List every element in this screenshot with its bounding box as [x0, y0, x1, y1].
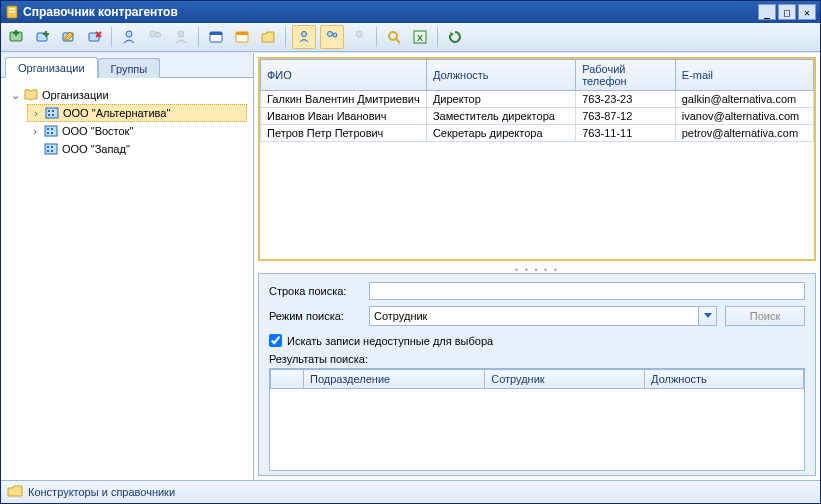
svg-rect-32 [48, 114, 50, 116]
search-icon[interactable] [383, 26, 405, 48]
tree-item-label: ООО "Запад" [62, 143, 130, 155]
cell-email: galkin@alternativa.com [675, 91, 813, 108]
col-fio[interactable]: ФИО [261, 60, 427, 91]
col-position[interactable]: Должность [426, 60, 575, 91]
cell-position: Директор [426, 91, 575, 108]
unavailable-checkbox-label[interactable]: Искать записи недоступные для выбора [287, 335, 493, 347]
cell-phone: 763-11-11 [576, 125, 676, 142]
splitter[interactable]: • • • • • [254, 265, 820, 271]
svg-rect-30 [48, 110, 50, 112]
search-input[interactable] [369, 282, 805, 300]
org-tree: ⌄ Организации › ООО "Альтернатива" [1, 78, 253, 480]
table-row[interactable]: Петров Петр ПетровичСекретарь директора7… [261, 125, 814, 142]
svg-rect-29 [46, 108, 58, 118]
users-gray-icon[interactable] [144, 26, 166, 48]
tree-item-label: ООО "Альтернатива" [63, 107, 170, 119]
combo-dropdown-button[interactable] [699, 306, 717, 326]
col-employee[interactable]: Сотрудник [485, 370, 645, 389]
svg-rect-34 [45, 126, 57, 136]
tree-root-label: Организации [42, 89, 109, 101]
svg-rect-38 [51, 132, 53, 134]
search-mode-label: Режим поиска: [269, 310, 369, 322]
card-icon[interactable] [205, 26, 227, 48]
svg-point-23 [333, 33, 337, 37]
svg-rect-41 [51, 146, 53, 148]
tree-item-org2[interactable]: › ООО "Восток" [27, 122, 247, 140]
col-empty[interactable] [271, 370, 304, 389]
svg-point-22 [328, 32, 333, 37]
svg-point-16 [178, 31, 184, 37]
svg-point-13 [126, 31, 132, 37]
tree-item-org1[interactable]: › ООО "Альтернатива" [27, 104, 247, 122]
svg-rect-18 [210, 32, 222, 35]
left-pane: Организации Группы ⌄ Организации › [1, 53, 254, 480]
svg-rect-20 [236, 32, 248, 35]
col-result-position[interactable]: Должность [645, 370, 804, 389]
results-label: Результаты поиска: [269, 353, 805, 365]
svg-text:X: X [417, 33, 423, 43]
cell-email: petrov@alternativa.com [675, 125, 813, 142]
titlebar: Справочник контрагентов _ □ ✕ [1, 1, 820, 23]
close-button[interactable]: ✕ [798, 4, 816, 20]
org-icon [43, 124, 59, 138]
svg-rect-1 [9, 8, 15, 10]
left-tabs: Организации Группы [1, 53, 253, 78]
user-gray2-icon[interactable] [348, 26, 370, 48]
svg-line-26 [396, 39, 400, 43]
col-email[interactable]: E-mail [675, 60, 813, 91]
refresh-icon[interactable] [444, 26, 466, 48]
cell-phone: 763-23-23 [576, 91, 676, 108]
user-gray-icon[interactable] [170, 26, 192, 48]
empty-row [271, 389, 804, 442]
users-highlight-icon[interactable] [320, 25, 344, 49]
card2-icon[interactable] [231, 26, 253, 48]
svg-point-15 [156, 33, 161, 38]
excel-icon[interactable]: X [409, 26, 431, 48]
expand-icon[interactable]: › [30, 107, 42, 119]
minimize-button[interactable]: _ [758, 4, 776, 20]
search-panel: Строка поиска: Режим поиска: Сотрудник П… [258, 273, 816, 476]
col-phone[interactable]: Рабочий телефон [576, 60, 676, 91]
tab-organizations[interactable]: Организации [5, 57, 98, 78]
folder-icon [7, 484, 23, 500]
col-unit[interactable]: Подразделение [304, 370, 485, 389]
delete-icon[interactable] [83, 26, 105, 48]
expand-icon[interactable]: › [29, 125, 41, 137]
svg-rect-2 [9, 11, 15, 13]
tree-item-org3[interactable]: › ООО "Запад" [27, 140, 247, 158]
user-highlight-icon[interactable] [292, 25, 316, 49]
cell-email: ivanov@alternativa.com [675, 108, 813, 125]
toolbar: X [1, 23, 820, 52]
search-string-label: Строка поиска: [269, 285, 369, 297]
tab-groups[interactable]: Группы [98, 58, 161, 78]
tree-root[interactable]: ⌄ Организации [7, 86, 247, 104]
svg-rect-31 [52, 110, 54, 112]
table-row[interactable]: Галкин Валентин ДмитриевичДиректор763-23… [261, 91, 814, 108]
statusbar-text: Конструкторы и справочники [28, 486, 175, 498]
user-icon[interactable] [118, 26, 140, 48]
book-icon [23, 88, 39, 102]
app-icon [5, 5, 19, 19]
folder-icon[interactable] [257, 26, 279, 48]
cell-phone: 763-87-12 [576, 108, 676, 125]
edit-icon[interactable] [57, 26, 79, 48]
add-icon[interactable] [5, 26, 27, 48]
tree-item-label: ООО "Восток" [62, 125, 133, 137]
collapse-icon[interactable]: ⌄ [9, 89, 21, 102]
results-grid: Подразделение Сотрудник Должность [269, 368, 805, 471]
unavailable-checkbox[interactable] [269, 334, 282, 347]
cell-position: Секретарь директора [426, 125, 575, 142]
add-child-icon[interactable] [31, 26, 53, 48]
table-row[interactable]: Иванов Иван ИвановичЗаместитель директор… [261, 108, 814, 125]
svg-rect-36 [51, 128, 53, 130]
search-mode-combo[interactable]: Сотрудник [369, 306, 699, 326]
cell-position: Заместитель директора [426, 108, 575, 125]
maximize-button[interactable]: □ [778, 4, 796, 20]
search-button[interactable]: Поиск [725, 306, 805, 326]
combo-value: Сотрудник [374, 310, 427, 322]
window-title: Справочник контрагентов [23, 5, 758, 19]
svg-point-24 [356, 31, 362, 37]
chevron-down-icon [704, 313, 712, 319]
grid-header-row: ФИО Должность Рабочий телефон E-mail [261, 60, 814, 91]
svg-rect-35 [47, 128, 49, 130]
